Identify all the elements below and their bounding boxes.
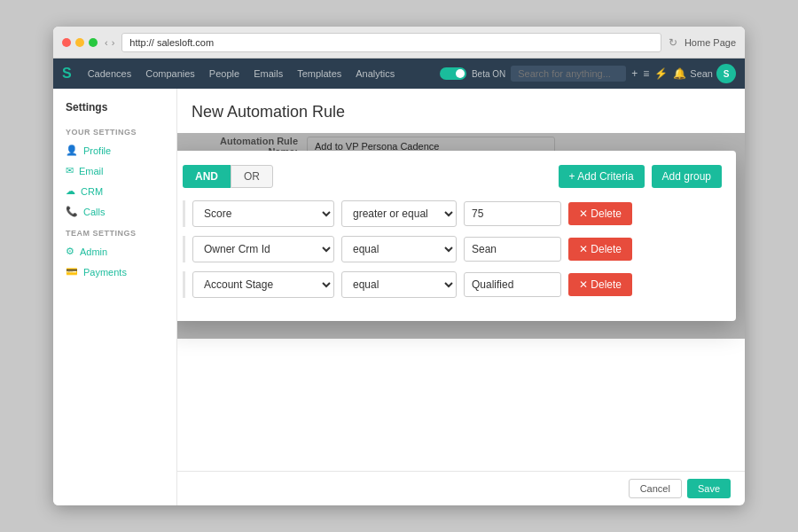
browser-chrome: ‹ › http:// salesloft.com ↻ Home Page [53, 27, 745, 59]
popup-criteria-actions: + Add Criteria Add group [559, 165, 722, 188]
popup-value-input-2[interactable] [464, 237, 561, 262]
popup-or-button[interactable]: OR [231, 165, 273, 188]
browser-window: ‹ › http:// salesloft.com ↻ Home Page S … [53, 27, 745, 505]
cancel-button[interactable]: Cancel [629, 479, 682, 498]
beta-toggle: Beta ON [440, 67, 505, 80]
page-area: New Automation Rule Automation Rule Name… [177, 89, 745, 505]
sidebar-item-calls[interactable]: 📞 Calls [53, 201, 176, 222]
popup-field-select-1[interactable]: Score [192, 200, 334, 227]
user-name[interactable]: Sean [690, 68, 713, 79]
url-text: http:// salesloft.com [129, 37, 214, 48]
nav-emails[interactable]: Emails [246, 68, 290, 79]
home-page-label: Home Page [685, 37, 736, 48]
forward-icon[interactable]: › [112, 37, 115, 48]
sidebar-admin-label: Admin [80, 246, 107, 257]
sidebar-item-admin[interactable]: ⚙ Admin [53, 241, 176, 262]
popup-toolbar: AND OR + Add Criteria Add group [183, 165, 722, 188]
nav-analytics[interactable]: Analytics [348, 68, 402, 79]
popup-field-select-3[interactable]: Account Stage [192, 271, 334, 298]
popup-field-select-2[interactable]: Owner Crm Id [192, 236, 334, 262]
popup-value-input-1[interactable] [464, 201, 561, 226]
bars-icon[interactable]: ≡ [643, 67, 649, 80]
back-icon[interactable]: ‹ [105, 37, 108, 48]
save-button[interactable]: Save [687, 479, 731, 498]
popup-and-button[interactable]: AND [183, 165, 231, 188]
minimize-traffic-light[interactable] [75, 38, 84, 47]
popup-row-3: Account Stage equal ✕ Delete [183, 271, 722, 298]
phone-icon: 📞 [66, 206, 78, 217]
nav-items: Cadences Companies People Emails Templat… [81, 68, 403, 79]
nav-icons: + ≡ ⚡ 🔔 [631, 67, 686, 80]
nav-templates[interactable]: Templates [290, 68, 348, 79]
sidebar-item-payments[interactable]: 💳 Payments [53, 262, 176, 282]
popup-panel: AND OR + Add Criteria Add group Score [177, 151, 736, 321]
popup-and-or-group: AND OR [183, 165, 273, 188]
address-bar[interactable]: http:// salesloft.com [121, 33, 661, 52]
plus-icon[interactable]: + [631, 67, 638, 80]
popup-delete-button-2[interactable]: ✕ Delete [568, 238, 632, 261]
beta-toggle-switch[interactable] [440, 67, 466, 80]
sidebar-title: Settings [53, 101, 176, 121]
popup-row-2: Owner Crm Id equal ✕ Delete [183, 236, 722, 262]
popup-add-criteria-button[interactable]: + Add Criteria [559, 165, 645, 188]
your-settings-label: YOUR SETTINGS [53, 121, 176, 140]
popup-operator-select-2[interactable]: equal [341, 236, 457, 262]
nav-cadences[interactable]: Cadences [81, 68, 139, 79]
page-title: New Automation Rule [192, 103, 731, 121]
refresh-icon[interactable]: ↻ [669, 36, 677, 49]
lightning-icon[interactable]: ⚡ [654, 67, 668, 80]
sidebar-profile-label: Profile [83, 145, 111, 156]
email-icon: ✉ [66, 165, 74, 176]
popup-delete-button-1[interactable]: ✕ Delete [568, 202, 632, 225]
person-icon: 👤 [66, 145, 78, 156]
payment-icon: 💳 [66, 266, 78, 278]
team-settings-label: TEAM SETTINGS [53, 222, 176, 241]
close-traffic-light[interactable] [62, 38, 71, 47]
global-search-input[interactable] [511, 66, 626, 82]
nav-people[interactable]: People [202, 68, 246, 79]
popup-delete-button-3[interactable]: ✕ Delete [568, 273, 632, 296]
popup-row-1: Score greater or equal ✕ Delete [183, 200, 722, 227]
sidebar-payments-label: Payments [83, 267, 127, 278]
maximize-traffic-light[interactable] [89, 38, 98, 47]
app-navbar: S Cadences Companies People Emails Templ… [53, 59, 745, 89]
traffic-lights [62, 38, 98, 47]
main-content: Settings YOUR SETTINGS 👤 Profile ✉ Email… [53, 89, 745, 505]
sidebar-item-profile[interactable]: 👤 Profile [53, 140, 176, 160]
page-footer: Cancel Save [177, 471, 745, 505]
popup-value-input-3[interactable] [464, 272, 561, 297]
sidebar-email-label: Email [79, 166, 104, 176]
popup-overlay: AND OR + Add Criteria Add group Score [177, 133, 745, 339]
popup-operator-select-3[interactable]: equal [341, 271, 457, 298]
sidebar-item-email[interactable]: ✉ Email [53, 160, 176, 181]
bell-icon[interactable]: 🔔 [673, 67, 686, 80]
sidebar: Settings YOUR SETTINGS 👤 Profile ✉ Email… [53, 89, 177, 505]
popup-operator-select-1[interactable]: greater or equal [341, 200, 457, 227]
user-avatar[interactable]: S [716, 64, 736, 83]
beta-label: Beta ON [472, 69, 505, 79]
crm-icon: ☁ [66, 185, 75, 197]
sidebar-crm-label: CRM [81, 186, 103, 197]
nav-arrows: ‹ › [105, 37, 114, 48]
sidebar-calls-label: Calls [83, 207, 105, 217]
gear-icon: ⚙ [66, 246, 74, 257]
sidebar-item-crm[interactable]: ☁ CRM [53, 181, 176, 201]
app-logo: S [62, 66, 72, 82]
popup-add-group-button[interactable]: Add group [652, 165, 722, 188]
nav-companies[interactable]: Companies [138, 68, 202, 79]
